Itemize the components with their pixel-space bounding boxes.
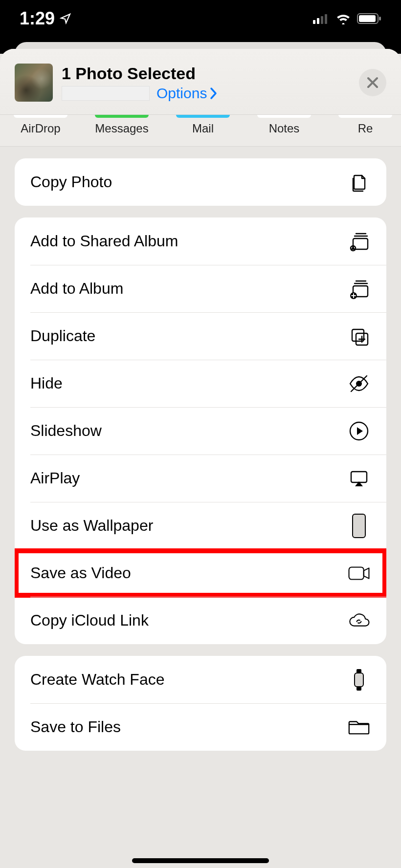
row-label: AirPlay [30,469,80,487]
share-app-notes[interactable]: Notes [244,115,325,135]
svg-rect-19 [355,673,363,687]
redacted-subtitle [62,86,150,101]
svg-rect-6 [379,17,381,21]
app-icon [338,115,392,118]
add-album-icon [347,277,371,301]
row-label: Save as Video [30,564,131,582]
svg-rect-2 [321,16,323,24]
watch-icon [347,668,371,692]
svg-rect-3 [325,14,327,24]
cloud-link-icon [347,609,371,632]
app-label: Mail [192,122,214,135]
share-app-row[interactable]: AirDrop Messages Mail Notes Re [0,115,401,147]
svg-rect-0 [313,20,315,24]
share-sheet: 1 Photo Selected Options AirDrop Message… [0,49,401,868]
app-label: Notes [269,122,300,135]
share-app-mail[interactable]: Mail [162,115,244,135]
cellular-signal-icon [313,13,330,24]
phone-icon [347,514,371,538]
status-time: 1:29 [20,8,55,29]
actions-card-3: Create Watch Face Save to Files [15,656,386,751]
row-label: Hide [30,374,63,392]
wifi-icon [335,13,351,24]
app-icon [95,115,149,118]
battery-icon [357,13,381,24]
app-label: Re [358,122,373,135]
app-icon [176,115,230,118]
action-save-files[interactable]: Save to Files [15,703,386,751]
row-label: Slideshow [30,422,102,440]
airplay-icon [347,467,371,490]
close-button[interactable] [359,69,386,96]
action-add-album[interactable]: Add to Album [15,265,386,312]
sheet-title: 1 Photo Selected [62,64,359,83]
app-label: AirDrop [21,122,60,135]
status-icons [313,13,381,24]
photo-thumbnail[interactable] [15,64,53,102]
action-wallpaper[interactable]: Use as Wallpaper [15,502,386,549]
play-circle-icon [347,419,371,443]
location-arrow-icon [60,13,71,24]
action-save-video[interactable]: Save as Video [15,549,386,597]
copy-doc-icon [347,171,371,194]
action-watch-face[interactable]: Create Watch Face [15,656,386,703]
row-label: Add to Album [30,280,123,298]
action-hide[interactable]: Hide [15,360,386,407]
folder-icon [347,716,371,739]
share-app-messages[interactable]: Messages [81,115,162,135]
options-link[interactable]: Options [156,85,219,102]
share-app-re[interactable]: Re [325,115,401,135]
row-label: Save to Files [30,718,121,736]
video-icon [347,562,371,585]
home-indicator[interactable] [132,858,269,863]
row-label: Create Watch Face [30,671,164,689]
duplicate-icon [347,325,371,348]
svg-rect-1 [317,18,319,24]
app-label: Messages [95,122,148,135]
row-label: Use as Wallpaper [30,517,153,535]
action-duplicate[interactable]: Duplicate [15,312,386,360]
app-icon [14,115,67,118]
actions-card-1: Copy Photo [15,158,386,206]
action-slideshow[interactable]: Slideshow [15,407,386,455]
svg-rect-5 [359,15,376,22]
row-label: Copy Photo [30,173,112,191]
share-app-airdrop[interactable]: AirDrop [0,115,81,135]
row-label: Copy iCloud Link [30,611,149,629]
svg-rect-17 [353,514,365,538]
svg-rect-21 [356,687,361,691]
sheet-header: 1 Photo Selected Options [0,49,401,115]
action-icloud-link[interactable]: Copy iCloud Link [15,597,386,644]
action-add-shared-album[interactable]: Add to Shared Album [15,217,386,265]
actions-card-2: Add to Shared Album Add to Album Duplica… [15,217,386,644]
row-label: Duplicate [30,327,95,345]
hide-icon [347,372,371,395]
svg-rect-16 [351,472,367,482]
app-icon [257,115,311,118]
row-label: Add to Shared Album [30,232,178,250]
action-copy-photo[interactable]: Copy Photo [15,158,386,206]
svg-rect-20 [356,669,361,673]
svg-rect-18 [349,567,364,579]
shared-album-icon [347,230,371,253]
action-airplay[interactable]: AirPlay [15,455,386,502]
close-icon [366,76,379,89]
